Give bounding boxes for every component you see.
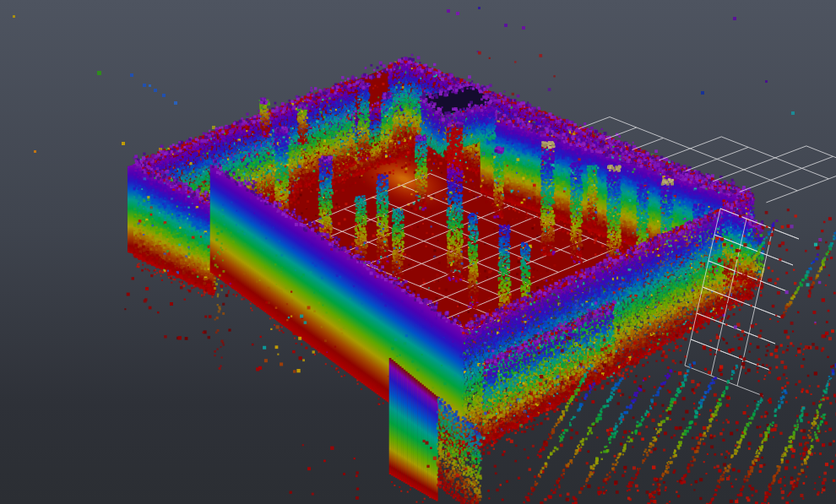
3d-viewport[interactable] xyxy=(0,0,836,504)
pointcloud-canvas[interactable] xyxy=(0,0,836,504)
